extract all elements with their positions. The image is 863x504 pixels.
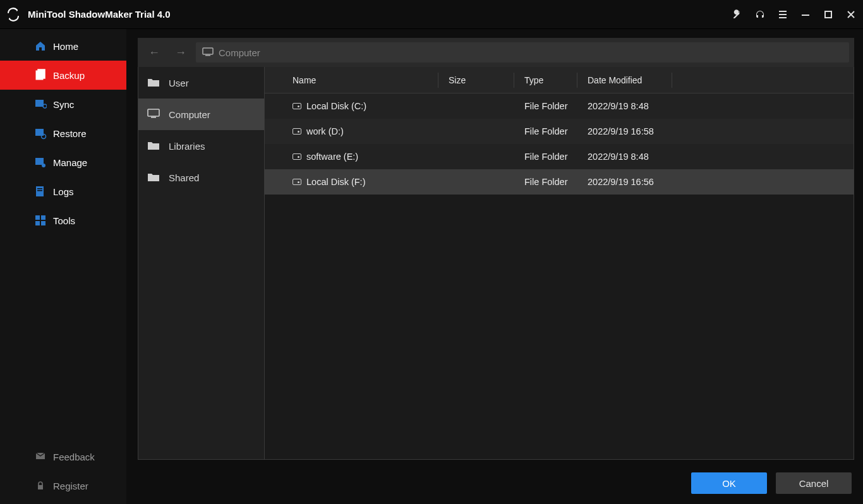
col-size[interactable]: Size (438, 73, 514, 88)
svg-point-8 (42, 164, 45, 167)
minimize-icon[interactable] (800, 9, 811, 20)
nav-label: Logs (53, 186, 74, 197)
titlebar: MiniTool ShadowMaker Trial 4.0 (0, 0, 863, 29)
side-panel: User Computer Libraries Shared (138, 67, 265, 459)
nav-tools[interactable]: Tools (0, 206, 126, 235)
svg-rect-13 (41, 215, 45, 220)
monitor-icon (147, 109, 160, 121)
key-icon[interactable] (732, 9, 743, 20)
folder-user-icon (147, 77, 160, 89)
nav-label: Restore (53, 128, 87, 139)
cell-name: work (D:) (306, 126, 344, 136)
rows: Local Disk (C:) File Folder 2022/9/19 8:… (265, 93, 854, 459)
svg-rect-18 (203, 48, 213, 54)
maximize-icon[interactable] (823, 9, 834, 20)
cell-name: software (E:) (306, 152, 358, 162)
register-icon (34, 479, 47, 492)
file-pane: Name Size Type Date Modified Local Disk … (265, 67, 854, 459)
svg-rect-12 (35, 215, 40, 220)
app-logo-icon (5, 6, 21, 23)
table-row[interactable]: work (D:) File Folder 2022/9/19 16:58 (265, 119, 854, 144)
folder-icon (147, 172, 160, 184)
file-browser: ← → Computer User Computer (138, 38, 854, 460)
svg-rect-9 (36, 186, 44, 196)
cell-type: File Folder (514, 126, 577, 136)
nav-label: Home (53, 41, 78, 52)
drive-icon (293, 179, 301, 185)
cell-date: 2022/9/19 8:48 (577, 101, 854, 111)
cell-date: 2022/9/19 8:48 (577, 152, 854, 162)
headset-icon[interactable] (754, 9, 766, 20)
svg-rect-19 (205, 55, 210, 56)
cell-date: 2022/9/19 16:56 (577, 177, 854, 187)
svg-rect-14 (35, 221, 40, 225)
close-icon[interactable] (845, 9, 857, 20)
home-icon (34, 40, 47, 52)
svg-rect-11 (37, 190, 42, 191)
nav-back-icon[interactable]: ← (143, 44, 166, 61)
svg-rect-15 (41, 221, 45, 225)
side-item-shared[interactable]: Shared (138, 162, 264, 193)
nav-manage[interactable]: Manage (0, 148, 126, 177)
nav-feedback[interactable]: Feedback (0, 442, 126, 471)
logs-icon (34, 185, 47, 198)
sidebar: Home Backup Sync Restore Manage Logs (0, 29, 126, 504)
table-row[interactable]: Local Disk (C:) File Folder 2022/9/19 8:… (265, 93, 854, 119)
svg-rect-4 (35, 100, 44, 107)
nav-sync[interactable]: Sync (0, 90, 126, 119)
browser-content: User Computer Libraries Shared (138, 67, 854, 460)
feedback-icon (34, 450, 47, 463)
col-type[interactable]: Type (514, 73, 577, 88)
cancel-button[interactable]: Cancel (776, 472, 852, 494)
nav-label: Register (53, 481, 88, 491)
backup-icon (34, 69, 47, 81)
table-row[interactable]: Local Disk (F:) File Folder 2022/9/19 16… (265, 169, 854, 195)
nav-home[interactable]: Home (0, 32, 126, 61)
menu-icon[interactable] (777, 9, 788, 20)
titlebar-right (732, 9, 857, 20)
nav-forward-icon[interactable]: → (169, 44, 192, 61)
nav-logs[interactable]: Logs (0, 177, 126, 206)
app-title: MiniTool ShadowMaker Trial 4.0 (28, 9, 171, 20)
path-box[interactable]: Computer (196, 42, 849, 63)
drive-icon (293, 153, 301, 160)
sync-icon (34, 98, 47, 111)
svg-rect-21 (151, 117, 156, 118)
nav-restore[interactable]: Restore (0, 119, 126, 148)
side-item-computer[interactable]: Computer (138, 99, 264, 130)
table-row[interactable]: software (E:) File Folder 2022/9/19 8:48 (265, 144, 854, 169)
nav-label: Sync (53, 99, 74, 110)
folder-icon (147, 140, 160, 152)
nav-label: Feedback (53, 452, 95, 462)
svg-rect-17 (38, 485, 43, 489)
side-item-label: Shared (169, 172, 199, 183)
restore-icon (34, 127, 47, 140)
nav-backup[interactable]: Backup (0, 61, 126, 90)
drive-icon (293, 103, 301, 109)
col-name[interactable]: Name (265, 73, 438, 88)
nav-label: Backup (53, 70, 85, 81)
manage-icon (34, 156, 47, 169)
cell-type: File Folder (514, 101, 577, 111)
svg-rect-3 (38, 69, 45, 78)
nav: Home Backup Sync Restore Manage Logs (0, 32, 126, 442)
svg-rect-20 (148, 109, 159, 116)
svg-rect-1 (825, 11, 831, 18)
side-item-label: Libraries (169, 141, 205, 152)
svg-rect-0 (802, 15, 809, 16)
footer: OK Cancel (138, 460, 854, 496)
side-item-libraries[interactable]: Libraries (138, 130, 264, 162)
ok-button[interactable]: OK (691, 472, 767, 494)
computer-icon (202, 47, 214, 58)
main: ← → Computer User Computer (126, 29, 863, 504)
sidebar-bottom: Feedback Register (0, 442, 126, 504)
nav-register[interactable]: Register (0, 471, 126, 500)
tools-icon (34, 214, 47, 227)
pathbar: ← → Computer (138, 38, 854, 67)
nav-label: Tools (53, 215, 75, 226)
titlebar-left: MiniTool ShadowMaker Trial 4.0 (5, 6, 171, 23)
side-item-user[interactable]: User (138, 67, 264, 99)
side-item-label: User (169, 78, 189, 88)
col-date[interactable]: Date Modified (577, 73, 672, 88)
svg-rect-7 (35, 158, 44, 165)
